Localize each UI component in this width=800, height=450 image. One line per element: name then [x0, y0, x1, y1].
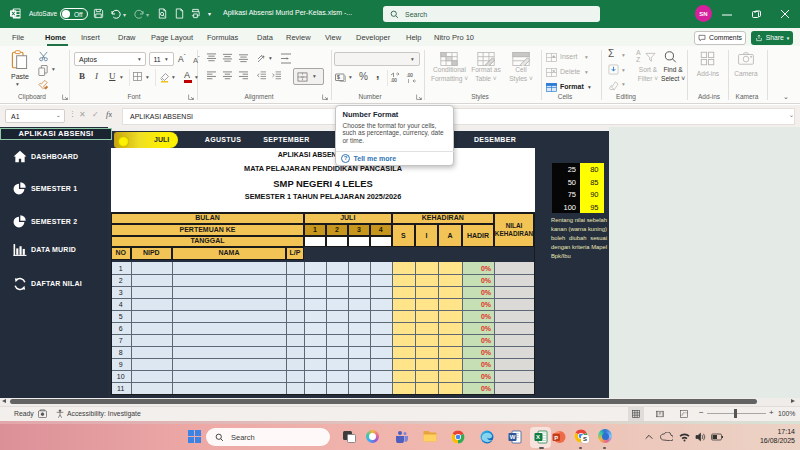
svg-text:W: W [510, 434, 516, 440]
svg-text:.00: .00 [391, 78, 398, 83]
svg-text:X: X [536, 434, 540, 440]
svg-text:$: $ [337, 74, 340, 80]
svg-text:.00: .00 [407, 73, 414, 78]
svg-text:P: P [554, 435, 558, 441]
